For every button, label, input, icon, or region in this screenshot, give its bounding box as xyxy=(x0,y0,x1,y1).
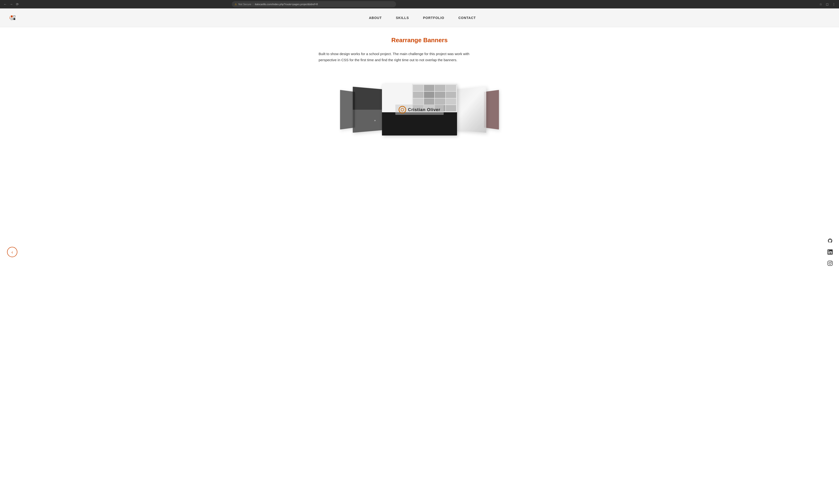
bookmark-icon[interactable]: ☆ xyxy=(818,2,823,6)
reload-button[interactable]: ⟳ xyxy=(15,2,20,6)
browser-nav-buttons: ← → ⟳ xyxy=(3,2,20,6)
co-inner-circle xyxy=(401,108,404,111)
back-nav-button[interactable]: ← xyxy=(3,2,7,6)
center-logo-overlay: Cristian Oliver xyxy=(395,105,444,115)
website: i ABOUT SKILLS PORTFOLIO CONTACT xyxy=(0,8,839,504)
nav-skills[interactable]: SKILLS xyxy=(396,16,409,20)
banner-showcase: ■ xyxy=(337,72,502,147)
social-sidebar xyxy=(827,237,833,267)
nav-contact[interactable]: CONTACT xyxy=(458,16,476,20)
menu-icon[interactable]: ⋮ xyxy=(832,2,836,6)
nav-portfolio[interactable]: PORTFOLIO xyxy=(423,16,444,20)
main-content: Rearrange Banners Built to show design w… xyxy=(314,27,525,157)
not-secure-icon: ⚠ xyxy=(234,3,237,6)
logo[interactable]: i xyxy=(10,16,15,20)
logo-square-orange-tl xyxy=(11,16,13,17)
main-nav: ABOUT SKILLS PORTFOLIO CONTACT xyxy=(15,16,829,20)
logo-square-dark-br xyxy=(13,18,15,20)
co-logo-text: Cristian Oliver xyxy=(408,107,440,112)
project-title: Rearrange Banners xyxy=(319,37,520,44)
github-icon[interactable] xyxy=(827,237,833,244)
site-header: i ABOUT SKILLS PORTFOLIO CONTACT xyxy=(0,8,839,27)
logo-square-empty-bl xyxy=(11,18,13,20)
logo-square-empty-tr xyxy=(13,16,15,17)
not-secure-label: Not Secure xyxy=(238,3,251,6)
logo-squares xyxy=(11,16,15,20)
linkedin-icon[interactable] xyxy=(827,249,833,255)
browser-chrome: ← → ⟳ ⚠ Not Secure | italocarillo.com/in… xyxy=(0,0,839,8)
extensions-icon[interactable]: ◻ xyxy=(825,2,829,6)
logo-i-letter: i xyxy=(10,16,10,20)
address-bar[interactable]: ⚠ Not Secure | italocarillo.com/index.ph… xyxy=(232,1,396,7)
back-button[interactable]: ‹ xyxy=(7,247,17,257)
project-description: Built to show design works for a school … xyxy=(319,51,483,63)
forward-nav-button[interactable]: → xyxy=(9,2,14,6)
url-separator: | xyxy=(253,3,254,6)
back-chevron-icon: ‹ xyxy=(12,249,13,255)
nav-about[interactable]: ABOUT xyxy=(369,16,382,20)
co-circle-icon xyxy=(399,106,406,113)
browser-actions: ☆ ◻ ⋮ xyxy=(818,2,836,6)
url-display: italocarillo.com/index.php?route=pages.p… xyxy=(255,3,318,6)
instagram-icon[interactable] xyxy=(827,260,833,267)
